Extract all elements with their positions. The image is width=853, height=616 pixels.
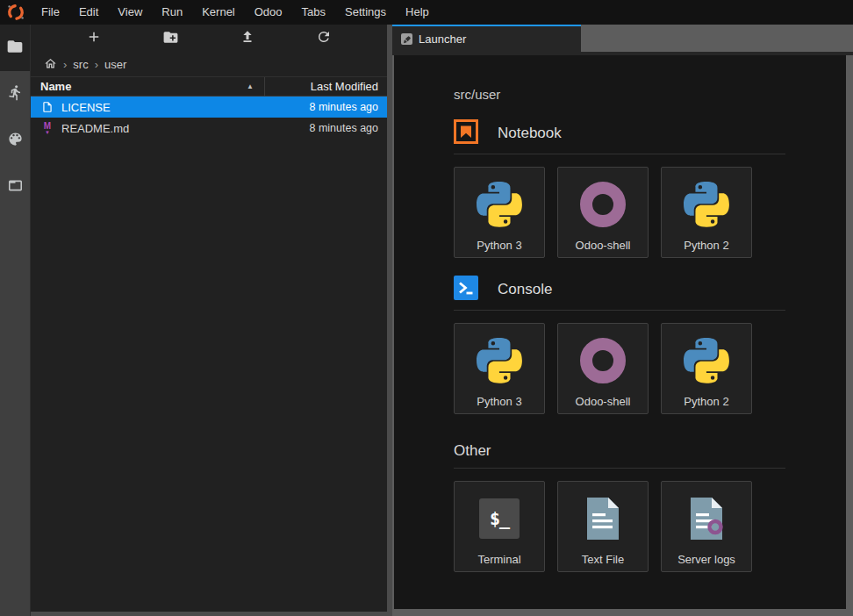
launcher-card-console-python2[interactable]: Python 2 xyxy=(661,323,752,414)
file-browser-toolbar xyxy=(31,25,387,53)
card-label: Odoo-shell xyxy=(576,239,631,252)
file-list-header: Name ▲ Last Modified xyxy=(31,76,387,97)
upload-icon xyxy=(240,29,255,48)
sidebar-tab-running-sessions[interactable] xyxy=(0,71,30,118)
section-divider xyxy=(454,468,785,469)
launcher-card-notebook-python2[interactable]: Python 2 xyxy=(661,167,752,258)
card-label: Python 2 xyxy=(684,395,728,408)
open-tabs-icon xyxy=(7,177,24,197)
menu-help[interactable]: Help xyxy=(396,0,439,25)
palette-icon xyxy=(7,131,24,151)
card-label: Text File xyxy=(582,553,624,566)
other-cards: $_ Terminal xyxy=(454,481,846,572)
file-name: README.md xyxy=(61,122,129,135)
section-title: Other xyxy=(454,442,491,460)
file-row-readme[interactable]: M ▼ README.md 8 minutes ago xyxy=(31,118,387,139)
refresh-icon xyxy=(316,29,332,48)
card-label: Python 3 xyxy=(477,239,521,252)
odoo-logo-icon xyxy=(0,3,32,22)
launcher-card-console-python3[interactable]: Python 3 xyxy=(454,323,545,414)
menu-file[interactable]: File xyxy=(32,0,69,25)
launcher-card-notebook-python3[interactable]: Python 3 xyxy=(454,167,545,258)
menu-run[interactable]: Run xyxy=(152,0,192,25)
sidebar-tab-open-tabs[interactable] xyxy=(0,164,30,211)
launcher-panel: src/user Notebook xyxy=(394,55,846,609)
menu-bar: File Edit View Run Kernel Odoo Tabs Sett… xyxy=(0,0,853,25)
sidebar-tab-commands-palette[interactable] xyxy=(0,118,30,164)
file-row-license[interactable]: LICENSE 8 minutes ago xyxy=(31,97,387,118)
notebook-icon xyxy=(454,119,478,147)
file-modified: 8 minutes ago xyxy=(309,101,387,113)
section-header-notebook: Notebook xyxy=(454,121,846,146)
file-browser-panel: › src › user Name ▲ Last Modified LICENS… xyxy=(31,25,387,612)
launcher-rocket-icon xyxy=(401,33,412,45)
markdown-icon: M ▼ xyxy=(40,122,54,135)
modified-column-label: Last Modified xyxy=(311,80,378,93)
name-column-label: Name xyxy=(40,80,71,93)
python-icon xyxy=(477,338,522,383)
file-name: LICENSE xyxy=(61,101,111,114)
card-label: Python 2 xyxy=(684,239,728,252)
section-divider xyxy=(454,154,785,154)
menu-kernel[interactable]: Kernel xyxy=(192,0,245,25)
file-icon xyxy=(40,101,54,113)
launcher-card-console-odoo-shell[interactable]: Odoo-shell xyxy=(557,323,649,414)
launcher-card-server-logs[interactable]: Server logs xyxy=(661,481,752,572)
python-icon xyxy=(684,182,729,227)
new-launcher-button[interactable] xyxy=(82,28,106,49)
odoo-shell-ring-icon xyxy=(580,338,626,383)
breadcrumb-separator: › xyxy=(95,58,98,71)
python-icon xyxy=(477,182,522,227)
menu-settings[interactable]: Settings xyxy=(335,0,396,25)
menu-tabs[interactable]: Tabs xyxy=(292,0,335,25)
menu-odoo[interactable]: Odoo xyxy=(245,0,292,25)
card-label: Odoo-shell xyxy=(576,395,631,408)
dock-tab-bar: Launcher xyxy=(392,25,853,52)
section-divider xyxy=(454,310,785,311)
section-header-other: Other xyxy=(454,442,846,460)
column-header-name[interactable]: Name ▲ xyxy=(31,77,264,96)
notebook-cards: Python 3 Odoo-shell Python 2 xyxy=(454,167,846,258)
card-label: Terminal xyxy=(477,553,520,566)
file-modified: 8 minutes ago xyxy=(309,122,387,134)
breadcrumb: › src › user xyxy=(31,53,387,76)
card-label: Python 3 xyxy=(477,395,521,408)
jupyterlab-window: File Edit View Run Kernel Odoo Tabs Sett… xyxy=(0,0,853,616)
terminal-icon: $_ xyxy=(479,496,520,541)
menu-view[interactable]: View xyxy=(108,0,152,25)
upload-button[interactable] xyxy=(235,28,260,49)
column-header-last-modified[interactable]: Last Modified xyxy=(264,77,387,96)
new-folder-button[interactable] xyxy=(158,28,183,49)
text-file-icon xyxy=(584,496,622,541)
breadcrumb-separator: › xyxy=(63,58,67,71)
sort-ascending-icon: ▲ xyxy=(247,82,254,90)
new-folder-icon xyxy=(162,29,179,49)
home-icon[interactable] xyxy=(44,57,57,73)
python-icon xyxy=(684,338,729,383)
console-icon xyxy=(454,276,478,304)
launcher-card-terminal[interactable]: $_ Terminal xyxy=(454,481,545,572)
breadcrumb-user[interactable]: user xyxy=(104,58,126,71)
tab-label: Launcher xyxy=(419,32,466,46)
launcher-card-text-file[interactable]: Text File xyxy=(557,481,649,572)
launcher-card-notebook-odoo-shell[interactable]: Odoo-shell xyxy=(557,167,649,258)
section-title: Notebook xyxy=(498,125,562,142)
sidebar-tab-file-browser[interactable] xyxy=(0,25,30,71)
console-cards: Python 3 Odoo-shell Python 2 xyxy=(454,323,846,414)
activity-sidebar xyxy=(0,25,31,616)
section-title: Console xyxy=(498,281,552,298)
launcher-cwd: src/user xyxy=(454,87,846,102)
tab-launcher[interactable]: Launcher xyxy=(392,25,581,52)
refresh-button[interactable] xyxy=(312,28,336,49)
server-logs-icon xyxy=(687,496,726,541)
card-label: Server logs xyxy=(677,553,735,566)
odoo-shell-ring-icon xyxy=(580,182,626,227)
menu-edit[interactable]: Edit xyxy=(69,0,108,25)
plus-icon xyxy=(86,29,102,48)
section-header-console: Console xyxy=(454,277,846,302)
breadcrumb-src[interactable]: src xyxy=(73,58,88,71)
folder-icon xyxy=(6,38,24,59)
main-dock-panel: Launcher src/user Notebook xyxy=(392,25,853,616)
running-person-icon xyxy=(7,84,24,104)
